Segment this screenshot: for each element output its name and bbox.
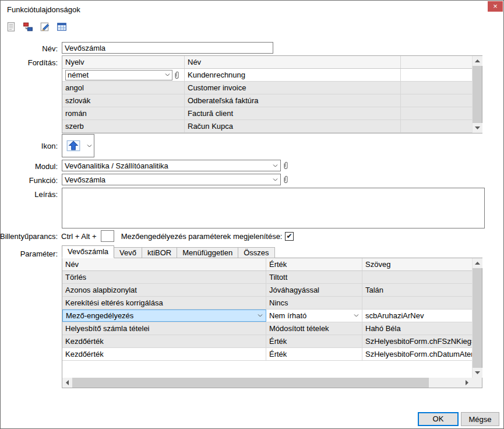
scrollbar-thumb[interactable] (72, 378, 429, 388)
param-ertek-cell[interactable]: Tiltott (266, 271, 362, 283)
tab-vevoszamla[interactable]: Vevőszámla (62, 245, 114, 258)
parameter-row[interactable]: Kezdőérték Érték SzHelyesbitoForm.chDatu… (62, 348, 472, 361)
name-cell[interactable]: Odberateľská faktúra (185, 94, 401, 107)
param-nev-cell[interactable]: Kezdőérték (62, 348, 266, 360)
scroll-right-icon[interactable] (462, 378, 472, 388)
scroll-up-icon[interactable] (473, 258, 482, 268)
translations-vscrollbar[interactable] (472, 56, 482, 133)
document-icon (6, 22, 16, 32)
blue-up-arrow-icon (62, 138, 84, 153)
chevron-down-icon[interactable] (84, 145, 94, 147)
name-cell[interactable]: Račun Kupca (185, 120, 401, 132)
shortcut-input[interactable] (101, 230, 114, 242)
parameter-row[interactable]: Kerekítési eltérés korrigálása Nincs (62, 297, 472, 310)
lang-cell[interactable]: szerb (62, 120, 185, 132)
chevron-down-icon[interactable] (165, 73, 170, 76)
param-ertek-cell[interactable]: Érték (266, 335, 362, 347)
document-toolbar-button[interactable] (5, 20, 17, 33)
empty-cell[interactable] (401, 69, 472, 81)
lang-combo-cell[interactable]: német (62, 69, 185, 81)
scroll-down-icon[interactable] (473, 123, 482, 133)
parameters-hscrollbar[interactable] (62, 378, 472, 388)
param-nev-combo[interactable]: Mező-engedélyezés (62, 310, 266, 322)
paperclip-icon[interactable] (283, 175, 288, 184)
scroll-down-icon[interactable] (473, 368, 482, 378)
nev-input[interactable] (62, 42, 273, 54)
translation-row[interactable]: román Factură client (62, 107, 472, 120)
empty-cell[interactable] (401, 82, 472, 94)
parameter-row[interactable]: Azonos alapbizonylat Jóváhagyással Talán (62, 284, 472, 297)
param-ertek-cell[interactable]: Módosított tételek (266, 322, 362, 335)
param-ertek-cell[interactable]: Érték (266, 348, 362, 360)
scrollbar-thumb[interactable] (473, 268, 482, 368)
name-cell[interactable]: Customer invoice (185, 82, 401, 94)
param-szoveg-cell[interactable]: SzHelyesbitoForm.chDatumAteme (362, 348, 472, 360)
tab-osszes[interactable]: Összes (238, 247, 274, 258)
chevron-down-icon[interactable] (258, 314, 263, 317)
translations-header: Nyelv Név (62, 56, 472, 69)
empty-cell[interactable] (401, 107, 472, 119)
header-szoveg: Szöveg (362, 258, 472, 270)
parameters-grid: Név Érték Szöveg Törlés Tiltott Azonos a… (62, 258, 472, 378)
close-button[interactable]: × (488, 1, 503, 12)
name-cell[interactable]: Kundenrechnung (185, 69, 401, 81)
param-ertek-cell[interactable]: Jóváhagyással (266, 284, 362, 296)
param-nev-cell[interactable]: Helyesbítő számla tételei (62, 322, 266, 335)
param-nev-cell[interactable]: Törlés (62, 271, 266, 283)
shortcut-prefix: Ctrl + Alt + (61, 232, 97, 241)
icon-picker[interactable] (62, 134, 94, 157)
translation-row[interactable]: szlovák Odberateľská faktúra (62, 94, 472, 107)
scrollbar-track (429, 378, 462, 388)
parameter-row[interactable]: Kezdőérték Érték SzHelyesbitoForm.chFSzN… (62, 335, 472, 348)
translation-row[interactable]: angol Customer invoice (62, 82, 472, 94)
param-szoveg-cell[interactable] (362, 271, 472, 283)
chevron-down-icon[interactable] (354, 314, 359, 317)
mezo-checkbox[interactable] (285, 232, 294, 241)
lang-cell[interactable]: szlovák (62, 94, 185, 107)
ok-button[interactable]: OK (418, 412, 459, 426)
forditas-label: Fordítás: (28, 58, 58, 68)
parameter-row[interactable]: Helyesbítő számla tételei Módosított tét… (62, 322, 472, 335)
chevron-down-icon[interactable] (273, 164, 278, 167)
table-toolbar-button[interactable] (55, 20, 68, 33)
titlebar[interactable]: Funkciótulajdonságok × (1, 1, 503, 18)
param-ertek-cell[interactable]: Nincs (266, 297, 362, 309)
param-ertek-value: Nem írható (269, 310, 351, 322)
tab-menufuggetlen[interactable]: Menüfüggetlen (177, 247, 238, 258)
translation-row[interactable]: német Kundenrechnung (62, 69, 472, 82)
translation-row[interactable]: szerb Račun Kupca (62, 120, 472, 133)
param-nev-cell[interactable]: Azonos alapbizonylat (62, 284, 266, 296)
empty-cell[interactable] (401, 94, 472, 107)
param-ertek-combo[interactable]: Nem írható (266, 310, 362, 322)
scroll-up-icon[interactable] (473, 56, 482, 66)
parameter-row[interactable]: Törlés Tiltott (62, 271, 472, 284)
param-szoveg-cell[interactable]: scbAruhaziArNev (362, 310, 472, 322)
tab-ktibor[interactable]: ktiBOR (142, 247, 177, 258)
scrollbar-thumb[interactable] (473, 66, 482, 123)
param-szoveg-cell[interactable]: Talán (362, 284, 472, 296)
paperclip-icon[interactable] (172, 71, 181, 79)
tab-vevo[interactable]: Vevő (114, 247, 142, 258)
scroll-left-icon[interactable] (62, 378, 72, 388)
modul-combo[interactable]: Vevőanalitika / Szállítóanalitika (62, 160, 281, 171)
parameters-vscrollbar[interactable] (472, 258, 482, 378)
chevron-down-icon[interactable] (273, 178, 278, 181)
paperclip-icon[interactable] (283, 161, 288, 170)
param-szoveg-cell[interactable]: SzHelyesbitoForm.chFSzNKieg=1 (362, 335, 472, 347)
param-nev-cell[interactable]: Kezdőérték (62, 335, 266, 347)
edit-toolbar-button[interactable] (38, 20, 51, 33)
modul-value: Vevőanalitika / Szállítóanalitika (65, 161, 273, 170)
lang-cell[interactable]: angol (62, 82, 185, 94)
name-cell[interactable]: Factură client (185, 107, 401, 119)
param-szoveg-cell[interactable] (362, 297, 472, 309)
funkcio-combo[interactable]: Vevőszámla (62, 174, 281, 185)
lang-cell[interactable]: román (62, 107, 185, 119)
transfer-toolbar-button[interactable] (22, 20, 34, 33)
lang-combo[interactable]: német (65, 70, 172, 80)
parameter-row-selected[interactable]: Mező-engedélyezés Nem írható scbAruhaziA… (62, 310, 472, 322)
leiras-textarea[interactable] (62, 188, 485, 228)
param-szoveg-cell[interactable]: Hahó Béla (362, 322, 472, 335)
param-nev-cell[interactable]: Kerekítési eltérés korrigálása (62, 297, 266, 309)
cancel-button[interactable]: Mégse (461, 412, 499, 426)
empty-cell[interactable] (401, 120, 472, 132)
